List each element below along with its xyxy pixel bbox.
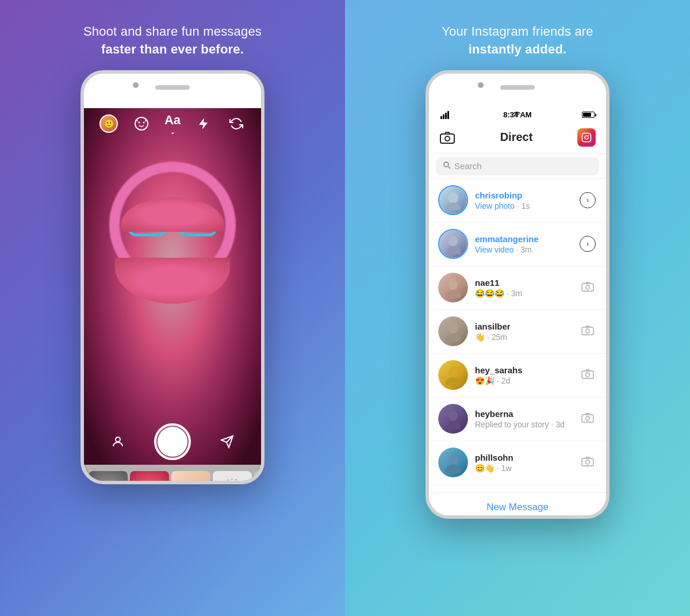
- user-avatar: 🙂: [99, 114, 118, 133]
- signal-bar-2: [443, 114, 444, 119]
- camera-header-button[interactable]: [439, 129, 455, 146]
- msg-action-heyberna[interactable]: [578, 410, 597, 428]
- svg-point-41: [586, 373, 590, 377]
- filter-face[interactable]: [171, 471, 210, 484]
- svg-point-31: [446, 290, 461, 298]
- phone-speaker-right: [500, 85, 535, 90]
- shutter-inner: [158, 427, 187, 457]
- signal-bar-3: [445, 113, 447, 119]
- filter-lips[interactable]: [130, 471, 169, 484]
- svg-point-39: [446, 377, 461, 385]
- camera-icon-phillsohn: [581, 456, 594, 469]
- filter-vortex[interactable]: [89, 471, 128, 484]
- avatar-emmatangerine: [438, 229, 468, 259]
- signal-bar-1: [440, 116, 442, 119]
- svg-point-37: [586, 329, 590, 333]
- msg-username-chrisrobinp: chrisrobinp: [475, 190, 572, 200]
- text-mode-button[interactable]: Aa ⌄: [164, 113, 181, 135]
- msg-content-heyberna: heyberna Replied to your story · 3d: [475, 409, 572, 429]
- msg-content-hey-sarahs: hey_sarahs 😍🎉 · 2d: [475, 365, 572, 385]
- message-item-emmatangerine[interactable]: emmatangerine View video · 3m ›: [429, 223, 606, 266]
- svg-rect-40: [582, 371, 593, 378]
- message-item-hey-sarahs[interactable]: hey_sarahs 😍🎉 · 2d: [429, 354, 606, 397]
- svg-point-24: [444, 162, 448, 167]
- camera-icon-iansilber: [581, 325, 594, 338]
- svg-point-45: [586, 416, 590, 420]
- right-phone-frame: 8:34 AM Direct: [425, 70, 610, 519]
- status-bar: 8:34 AM: [429, 108, 606, 122]
- msg-username-phillsohn: phillsohn: [475, 453, 572, 462]
- message-item-nae11[interactable]: nae11 😂😂😂 · 3m: [429, 266, 606, 310]
- svg-point-30: [448, 280, 458, 290]
- phone-speaker: [155, 85, 190, 90]
- msg-preview-hey-sarahs: 😍🎉 · 2d: [475, 376, 572, 385]
- phone-top-bar: [84, 74, 261, 108]
- profile-icon[interactable]: [109, 433, 127, 451]
- svg-point-6: [99, 481, 117, 484]
- svg-rect-19: [440, 134, 454, 143]
- svg-point-2: [143, 122, 144, 124]
- msg-time-nae11: · 3m: [507, 289, 522, 298]
- msg-preview-nae11: 😂😂😂 · 3m: [475, 289, 572, 298]
- msg-action-nae11[interactable]: [578, 278, 597, 297]
- right-panel-title: Your Instagram friends are instantly add…: [442, 23, 593, 59]
- svg-point-47: [446, 465, 461, 473]
- svg-point-9: [137, 483, 162, 484]
- search-input-wrap[interactable]: Search: [436, 157, 599, 175]
- msg-action-iansilber[interactable]: [578, 322, 597, 340]
- svg-point-23: [588, 135, 589, 136]
- shutter-button[interactable]: [154, 423, 191, 460]
- svg-point-12: [184, 481, 198, 484]
- svg-point-20: [445, 136, 450, 141]
- svg-point-27: [446, 202, 461, 211]
- filter-circle[interactable]: [213, 471, 252, 484]
- camera-icon-nae11: [581, 281, 594, 294]
- message-item-heyberna[interactable]: heyberna Replied to your story · 3d: [429, 397, 606, 441]
- flip-camera-icon[interactable]: [227, 114, 246, 133]
- msg-content-nae11: nae11 😂😂😂 · 3m: [475, 278, 572, 298]
- msg-action-hey-sarahs[interactable]: [578, 366, 597, 384]
- camera-screen: 🙂 Aa ⌄: [84, 108, 261, 465]
- msg-content-chrisrobinp: chrisrobinp View photo · 1s: [475, 190, 572, 211]
- msg-preview-heyberna: Replied to your story · 3d: [475, 420, 572, 429]
- svg-rect-32: [582, 284, 593, 291]
- direct-header: Direct: [429, 122, 606, 154]
- avatar-iansilber: [438, 316, 468, 346]
- svg-rect-21: [582, 133, 591, 141]
- phone-camera-right: [478, 82, 484, 88]
- user-avatar-icon[interactable]: 🙂: [99, 114, 118, 133]
- svg-rect-36: [582, 327, 593, 335]
- msg-time-hey-sarahs: · 2d: [497, 376, 510, 385]
- msg-username-nae11: nae11: [475, 278, 572, 288]
- status-time: 8:34 AM: [503, 110, 531, 119]
- svg-line-25: [448, 167, 450, 169]
- svg-point-42: [448, 411, 458, 421]
- battery-icon: [582, 112, 595, 118]
- text-chevron: ⌄: [170, 129, 175, 135]
- send-icon[interactable]: [218, 433, 236, 451]
- message-item-iansilber[interactable]: iansilber 👋 · 25m: [429, 310, 606, 354]
- flash-icon[interactable]: [194, 114, 213, 133]
- face-filter-icon[interactable]: [132, 114, 151, 133]
- svg-point-26: [448, 192, 458, 204]
- msg-action-chrisrobinp[interactable]: ›: [578, 191, 597, 209]
- signal-bars: [440, 111, 449, 119]
- new-message-section: New Message: [429, 492, 606, 519]
- msg-preview-phillsohn: 😊👋 · 1w: [475, 464, 572, 473]
- msg-time-chrisrobinp: · 1s: [517, 201, 530, 211]
- message-item-chrisrobinp[interactable]: chrisrobinp View photo · 1s ›: [429, 179, 606, 223]
- new-message-button[interactable]: New Message: [486, 502, 549, 513]
- camera-bottom-bar: [84, 419, 261, 465]
- search-bar: Search: [429, 154, 606, 179]
- camera-background: [84, 108, 261, 465]
- message-item-phillsohn[interactable]: phillsohn 😊👋 · 1w: [429, 441, 606, 485]
- instagram-logo[interactable]: [577, 128, 596, 147]
- filter-spiral[interactable]: [254, 471, 261, 484]
- msg-content-phillsohn: phillsohn 😊👋 · 1w: [475, 453, 572, 473]
- right-panel: Your Instagram friends are instantly add…: [345, 0, 690, 616]
- msg-action-phillsohn[interactable]: [578, 453, 597, 472]
- chevron-icon-emmatangerine: ›: [580, 236, 596, 252]
- msg-time-emmatangerine: · 3m: [516, 245, 531, 254]
- msg-action-emmatangerine[interactable]: ›: [578, 235, 597, 253]
- svg-point-22: [585, 136, 588, 139]
